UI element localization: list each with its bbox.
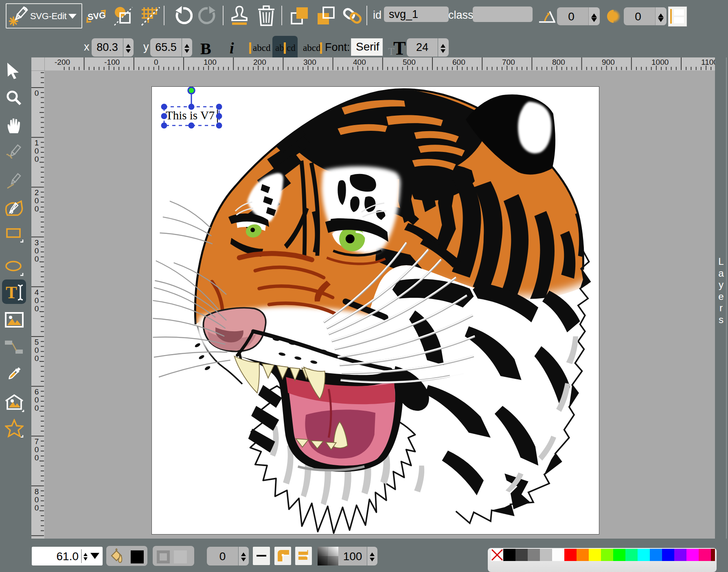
svg-text:SVG: SVG <box>87 10 106 22</box>
